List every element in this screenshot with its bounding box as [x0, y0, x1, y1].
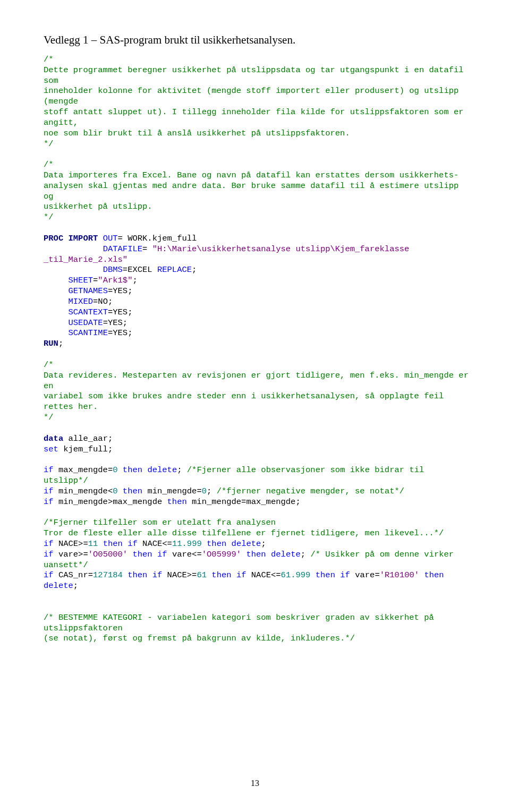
code-span: min_mengde<	[54, 486, 113, 496]
code-span	[310, 570, 315, 580]
code-span: 61.999	[281, 570, 311, 580]
code-span: ;	[177, 465, 187, 475]
code-span	[142, 465, 147, 475]
code-span: =EXCEL	[123, 265, 157, 275]
code-span: 0	[202, 486, 207, 496]
code-span: 11.999	[172, 539, 202, 549]
code-span: if	[44, 539, 54, 549]
code-span: NACE<=	[246, 570, 280, 580]
code-span: DBMS	[103, 265, 123, 275]
code-span: then	[207, 539, 226, 549]
code-span	[444, 570, 449, 580]
code-span	[98, 234, 103, 243]
code-span: DATAFILE	[103, 244, 142, 254]
code-span: if	[340, 570, 350, 580]
code-span	[118, 465, 123, 475]
code-span	[123, 539, 128, 549]
code-span	[202, 539, 207, 549]
code-span	[226, 539, 231, 549]
code-span: data	[44, 434, 63, 443]
code-span: "Ark1$"	[98, 276, 132, 285]
code-block: /* Dette programmet beregner usikkerhet …	[44, 55, 472, 644]
code-span: then	[123, 465, 142, 475]
code-span: ;	[207, 486, 217, 496]
code-span: min_mengde=max_mengde;	[187, 497, 301, 507]
code-span: then	[316, 570, 335, 580]
code-span: 11	[88, 539, 98, 549]
code-span: min_mengde>max_mengde	[54, 497, 167, 507]
code-span: if	[236, 570, 246, 580]
code-span	[335, 570, 340, 580]
code-span: min_mengde=	[142, 486, 202, 496]
code-span: then	[103, 539, 123, 549]
code-span	[232, 570, 236, 580]
code-span: then	[123, 486, 142, 496]
code-span: if	[44, 550, 54, 559]
code-span	[207, 570, 211, 580]
code-span: then	[128, 570, 147, 580]
code-span: ;	[301, 550, 311, 559]
code-span: delete	[147, 465, 177, 475]
code-span: OUT	[103, 234, 118, 243]
code-span: CAS_nr=	[54, 570, 93, 580]
code-span: 'O05000'	[88, 550, 128, 559]
code-span: USEDATE	[69, 318, 103, 328]
code-span	[152, 550, 157, 559]
code-span: if	[157, 550, 167, 559]
code-span: PROC IMPORT	[44, 234, 98, 243]
code-span: /* Dette programmet beregner usikkerhet …	[44, 55, 469, 222]
code-span: alle_aar;	[63, 434, 113, 443]
code-span: kjem_full;	[58, 445, 113, 454]
code-span: then	[211, 570, 231, 580]
code-span: then	[424, 570, 444, 580]
code-span	[118, 486, 123, 496]
code-span: 0	[113, 465, 117, 475]
code-span: delete	[44, 581, 73, 591]
code-span: 127184	[93, 570, 123, 580]
code-span	[147, 570, 152, 580]
document-page: Vedlegg 1 – SAS-program brukt til usikke…	[0, 0, 510, 812]
code-span: 'R10100'	[380, 570, 419, 580]
code-span: SCANTIME	[69, 328, 108, 338]
code-span: SCANTEXT	[69, 307, 108, 317]
code-span	[98, 539, 103, 549]
code-span: if	[128, 539, 138, 549]
code-span	[44, 265, 103, 275]
code-span: NACE>=	[162, 570, 197, 580]
code-span: =	[142, 244, 152, 254]
code-span: 61	[197, 570, 207, 580]
code-span: then	[167, 497, 187, 507]
code-span: /*Fjerner tilfeller som er utelatt fra a…	[44, 518, 444, 538]
code-span: delete	[232, 539, 261, 549]
code-span: vare=	[350, 570, 380, 580]
page-title: Vedlegg 1 – SAS-program brukt til usikke…	[44, 33, 472, 47]
code-span: /* BESTEMME KATEGORI - variabelen katego…	[44, 613, 439, 644]
code-span: then	[246, 550, 266, 559]
code-span	[266, 550, 271, 559]
code-span: NACE<=	[138, 539, 172, 549]
code-span	[123, 570, 128, 580]
code-span: if	[44, 570, 54, 580]
code-span: RUN	[44, 339, 58, 348]
code-span: =	[93, 276, 98, 285]
code-span: /* Data revideres. Mesteparten av revisj…	[44, 360, 473, 422]
code-span: if	[44, 486, 54, 496]
code-span: =YES;	[108, 328, 133, 338]
code-span: if	[44, 465, 54, 475]
code-span: /*fjerner negative mengder, se notat*/	[217, 486, 404, 496]
code-span: 0	[113, 486, 117, 496]
code-span: vare>=	[54, 550, 88, 559]
code-span: if	[44, 497, 54, 507]
code-span: ;	[261, 539, 266, 549]
code-span: GETNAMES	[69, 286, 108, 296]
code-span: ;	[58, 339, 63, 348]
code-span: vare<=	[167, 550, 202, 559]
code-span: REPLACE	[157, 265, 192, 275]
code-span: 'O05999'	[202, 550, 241, 559]
code-span: NACE>=	[54, 539, 88, 549]
code-span: SHEET	[69, 276, 94, 285]
code-span: set	[44, 445, 58, 454]
code-span: then	[132, 550, 152, 559]
page-number: 13	[0, 778, 510, 789]
code-span: max_mengde=	[54, 465, 113, 475]
